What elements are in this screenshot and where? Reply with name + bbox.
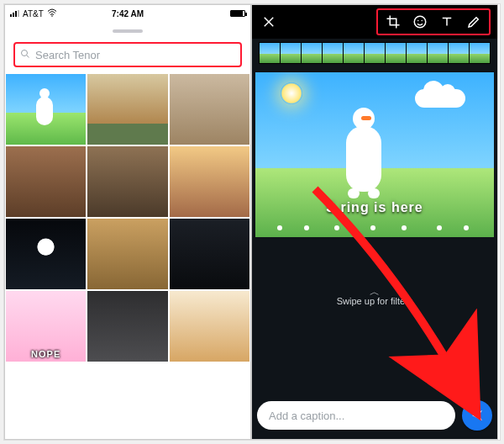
emoji-tool[interactable] [407,10,433,34]
gif-tile[interactable] [87,219,167,289]
gif-tile[interactable] [6,219,86,289]
editor-tools [376,8,491,35]
gif-tile[interactable] [170,146,249,217]
wifi-icon [47,8,57,18]
sheet-grabber-row [5,22,250,40]
swipe-hint[interactable]: ︿ Swipe up for filters [252,288,497,306]
crop-tool[interactable] [380,10,407,34]
svg-point-6 [417,20,419,22]
text-tool[interactable] [433,10,460,34]
search-icon [20,49,30,61]
svg-point-5 [414,16,426,28]
gif-tile[interactable] [87,146,167,217]
draw-tool[interactable] [460,10,487,34]
gif-tile[interactable] [6,146,86,217]
chevron-up-icon: ︿ [252,288,497,296]
svg-point-1 [22,50,28,56]
gif-tile[interactable] [6,74,86,145]
svg-line-2 [27,55,29,57]
gif-caption: NOPE [6,349,86,359]
preview-overlay-text: S ring is here [255,200,494,215]
svg-point-0 [51,15,53,17]
send-button[interactable] [462,400,492,431]
gif-tile[interactable] [87,291,167,362]
editor-toolbar [252,5,497,39]
sheet-grabber[interactable] [113,29,143,33]
status-bar: AT&T 7:42 AM [5,5,250,22]
swipe-hint-label: Swipe up for filters [337,296,412,306]
battery-icon [230,10,245,17]
gif-tile[interactable] [87,74,167,145]
clock-label: 7:42 AM [88,9,166,18]
caption-row [257,400,492,431]
tenor-search-field[interactable] [13,42,242,67]
caption-input[interactable] [257,401,455,430]
trim-strip[interactable] [259,42,491,64]
gif-tile[interactable] [170,74,249,145]
gif-grid: NOPE [5,74,250,362]
media-editor-screen: S ring is here ︿ Swipe up for filters [251,4,498,440]
signal-icon [10,10,19,17]
close-button[interactable] [259,12,279,32]
gif-tile[interactable] [170,291,249,362]
carrier-label: AT&T [23,9,44,18]
gif-tile[interactable]: NOPE [6,291,86,362]
tenor-picker-screen: AT&T 7:42 AM [4,4,251,440]
gif-tile[interactable] [170,219,249,289]
media-preview[interactable]: S ring is here [255,72,494,237]
search-input[interactable] [35,49,235,61]
svg-point-7 [422,20,423,22]
